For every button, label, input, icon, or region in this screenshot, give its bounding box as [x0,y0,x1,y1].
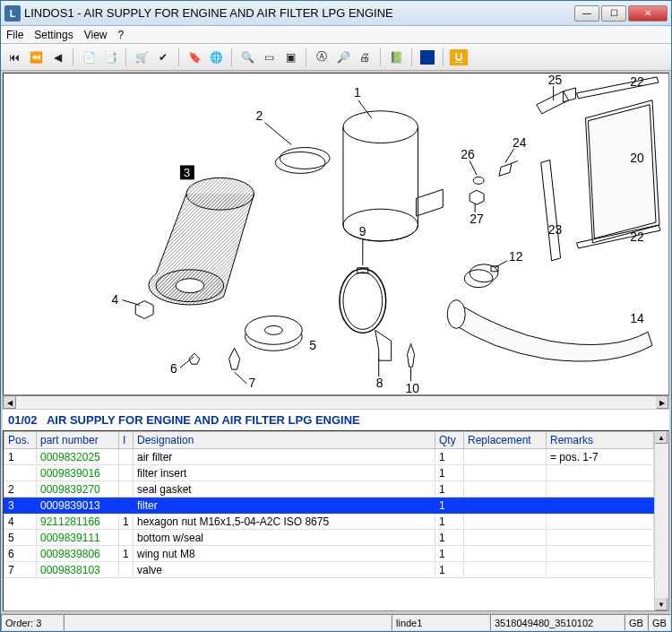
u-button[interactable]: U [449,48,469,67]
note-icon[interactable]: 📗 [386,48,406,67]
separator [306,48,306,66]
search-icon[interactable]: 🔎 [333,48,353,67]
scroll-up-icon[interactable]: ▲ [655,431,668,444]
svg-point-22 [464,270,493,288]
cell-rem [547,562,654,578]
print-icon[interactable]: 🖨 [355,48,375,67]
fit-page-icon[interactable]: ▣ [280,48,300,67]
exploded-diagram: 1 2 3 4 [4,74,668,394]
col-pos[interactable]: Pos. [4,432,37,449]
section-code: 01/02 [8,413,38,427]
table-row[interactable]: 50009839111bottom w/seal1 [4,530,654,546]
section-title: AIR SUPPLY FOR ENGINE AND AIR FILTER LPG… [47,413,360,427]
scroll-down-icon[interactable]: ▼ [655,598,668,610]
cell-pos: 6 [4,546,37,562]
scroll-left-icon[interactable]: ◀ [4,396,16,409]
menu-settings[interactable]: Settings [34,29,73,41]
cell-part: 0009839111 [37,530,119,546]
callout-1: 1 [354,85,361,100]
svg-point-1 [343,209,418,241]
cell-desig: bottom w/seal [134,530,435,546]
callout-10: 10 [406,381,420,394]
table-row[interactable]: 600098398061wing nut M81 [4,546,654,562]
grid-vscrollbar[interactable]: ▲ ▼ [654,431,668,610]
col-rem[interactable]: Remarks [547,432,654,449]
app-window: L LINDOS1 - AIR SUPPLY FOR ENGINE AND AI… [0,0,672,632]
svg-point-26 [447,300,465,329]
table-row[interactable]: 70009838103valve1 [4,562,654,578]
check-icon[interactable]: ✔ [153,48,173,67]
titlebar[interactable]: L LINDOS1 - AIR SUPPLY FOR ENGINE AND AI… [1,1,671,26]
doc-save-icon[interactable]: 📑 [100,48,120,67]
cell-pos: 4 [4,514,37,530]
separator [380,48,381,66]
col-i[interactable]: I [119,432,134,449]
cell-desig: hexagon nut M16x1,5-04-A2C ISO 8675 [134,514,435,530]
close-button[interactable]: ✕ [628,5,668,22]
tag-icon[interactable]: 🔖 [185,48,204,67]
cell-repl [464,465,547,481]
cell-desig: filter insert [134,465,435,481]
window-title: LINDOS1 - AIR SUPPLY FOR ENGINE AND AIR … [24,6,574,20]
flag-icon[interactable] [418,48,437,67]
cell-repl [464,546,547,562]
cell-i [119,562,134,578]
info-icon[interactable]: Ⓐ [312,48,332,67]
status-empty [64,614,392,631]
content: 1 2 3 4 [1,71,671,613]
doc-open-icon[interactable]: 📄 [79,48,99,67]
callout-27: 27 [470,212,484,226]
menu-help[interactable]: ? [118,29,125,41]
cell-qty: 1 [435,481,464,498]
nav-prev-icon[interactable]: ◀ [47,48,67,67]
menu-file[interactable]: File [6,29,23,41]
cell-qty: 1 [435,562,464,578]
cell-qty: 1 [435,449,464,465]
separator [178,48,179,66]
svg-point-3 [275,152,325,174]
col-repl[interactable]: Replacement [464,432,547,449]
callout-26: 26 [461,147,475,161]
callout-2: 2 [256,108,263,123]
maximize-button[interactable]: ☐ [601,5,626,22]
scroll-right-icon[interactable]: ▶ [656,396,668,409]
svg-point-17 [343,273,383,330]
zoom-in-icon[interactable]: 🔍 [237,48,257,67]
nav-first-icon[interactable]: ⏮ [4,48,24,67]
cart-icon[interactable]: 🛒 [132,48,151,67]
callout-3-selected: 3 [184,166,190,179]
separator [411,48,412,66]
svg-line-14 [180,357,194,368]
col-part[interactable]: part number [37,432,119,449]
cell-rem [547,481,654,498]
fit-width-icon[interactable]: ▭ [259,48,279,67]
table-row[interactable]: 492112811661hexagon nut M16x1,5-04-A2C I… [4,514,654,530]
cell-desig: seal gasket [134,481,435,498]
table-row[interactable]: 0009839016filter insert1 [4,465,654,481]
table-row[interactable]: 30009839013filter1 [4,498,654,514]
cell-pos: 5 [4,530,37,546]
globe-icon[interactable]: 🌐 [206,48,226,67]
callout-24: 24 [513,135,527,150]
diagram-panel[interactable]: 1 2 3 4 [3,73,669,395]
cell-qty: 1 [435,498,464,514]
cell-desig: valve [134,562,435,578]
diagram-hscrollbar[interactable]: ◀ ▶ [3,395,669,410]
status-code: 3518049480_3510102 [490,614,625,631]
menu-view[interactable]: View [84,29,108,41]
minimize-button[interactable]: — [574,5,599,22]
callout-22a: 22 [630,74,644,89]
parts-grid[interactable]: Pos. part number I Designation Qty Repla… [4,431,654,610]
col-qty[interactable]: Qty [435,432,464,449]
cell-i [119,498,134,514]
cell-repl [464,498,547,514]
cell-rem [547,465,654,481]
cell-pos: 1 [4,449,37,465]
cell-rem [547,498,654,514]
cell-repl [464,481,547,498]
nav-prev-fast-icon[interactable]: ⏪ [26,48,46,67]
table-row[interactable]: 10009832025air filter1= pos. 1-7 [4,449,654,465]
col-desig[interactable]: Designation [134,432,435,449]
status-lang1: GB [625,614,648,631]
table-row[interactable]: 20009839270seal gasket1 [4,481,654,498]
